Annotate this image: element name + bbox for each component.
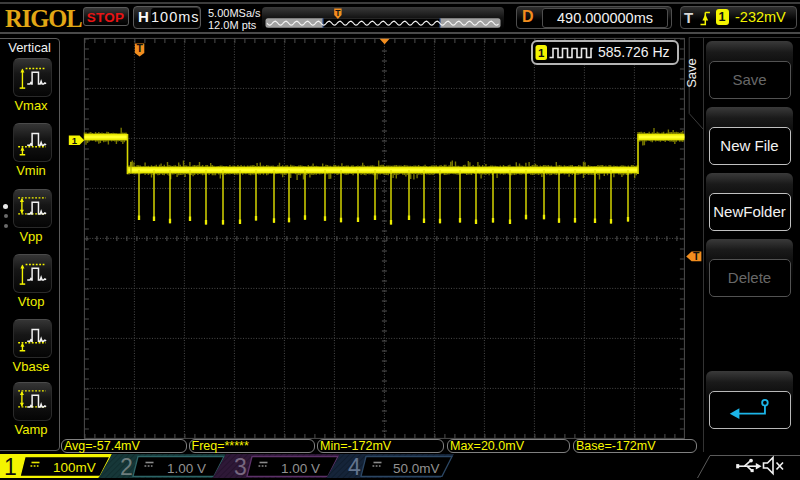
svg-text:Save: Save [686,58,699,88]
svg-text:1.00 V: 1.00 V [167,461,206,476]
svg-text:4: 4 [348,454,361,480]
svg-text:1: 1 [72,135,78,146]
svg-text:100mV: 100mV [53,460,96,475]
svg-text:3: 3 [234,454,247,480]
svg-text:T: T [335,8,341,18]
svg-text:1.00 V: 1.00 V [281,461,320,476]
svg-text:50.0mV: 50.0mV [393,461,440,476]
svg-text:T: T [693,250,700,262]
svg-text:1: 1 [538,47,545,59]
svg-text:T: T [136,42,143,54]
svg-text:1: 1 [4,454,17,480]
svg-text:2: 2 [120,454,133,480]
svg-text:585.726 Hz: 585.726 Hz [598,44,670,60]
